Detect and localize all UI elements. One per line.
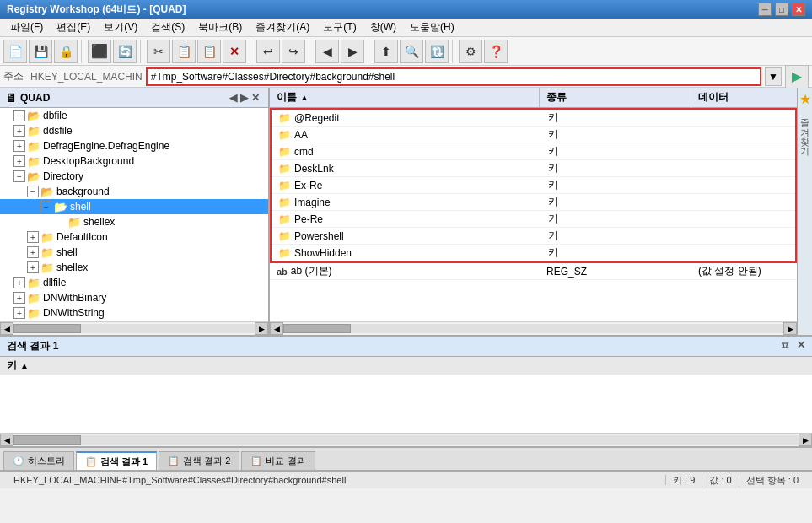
expand-btn[interactable]: + bbox=[13, 125, 25, 137]
tb-help-btn[interactable]: ❓ bbox=[484, 40, 508, 63]
reg-cell-name: 📁cmd bbox=[272, 146, 541, 158]
registry-row[interactable]: 📁Powershell키 bbox=[272, 228, 795, 245]
registry-row[interactable]: 📁Imagine키 bbox=[272, 194, 795, 211]
registry-row[interactable]: 📁DeskLnk키 bbox=[272, 160, 795, 177]
expand-btn[interactable]: − bbox=[13, 170, 25, 182]
menu-search[interactable]: 검색(S) bbox=[144, 19, 191, 36]
col-header-type[interactable]: 종류 bbox=[540, 88, 691, 107]
tab-history[interactable]: 🕐 히스토리 bbox=[3, 451, 74, 470]
reg-scroll-left[interactable]: ◀ bbox=[270, 322, 283, 335]
tree-item[interactable]: −📂background bbox=[0, 184, 268, 199]
tree-scroll-right[interactable]: ▶ bbox=[255, 322, 268, 335]
tb-delete-btn[interactable]: ✕ bbox=[223, 40, 246, 63]
tree-item[interactable]: 📁shellex bbox=[0, 214, 268, 229]
search-float-btn[interactable]: ㅍ bbox=[780, 339, 790, 353]
search-scroll-thumb[interactable] bbox=[13, 435, 81, 445]
menu-view[interactable]: 보기(V) bbox=[97, 19, 144, 36]
tb-new-btn[interactable]: 📄 bbox=[3, 40, 27, 63]
tb-settings-btn[interactable]: ⚙ bbox=[459, 40, 482, 63]
expand-btn[interactable]: + bbox=[27, 231, 39, 243]
tab-search2[interactable]: 📋 검색 결과 2 bbox=[159, 451, 239, 470]
tab-search1[interactable]: 📋 검색 결과 1 bbox=[76, 451, 157, 470]
tb-back-btn[interactable]: ◀ bbox=[315, 40, 339, 63]
registry-hscrollbar[interactable]: ◀ ▶ bbox=[270, 321, 797, 335]
expand-btn[interactable]: + bbox=[13, 307, 25, 319]
tb-next-btn[interactable]: ▶ bbox=[341, 40, 364, 63]
maximize-button[interactable]: □ bbox=[775, 3, 788, 16]
expand-btn[interactable]: + bbox=[13, 155, 25, 167]
menu-tools[interactable]: 도구(T) bbox=[316, 19, 363, 36]
search-content[interactable] bbox=[0, 375, 812, 433]
tree-item[interactable]: +📁shell bbox=[0, 245, 268, 260]
tb-cut-btn[interactable]: ✂ bbox=[147, 40, 170, 63]
menu-bookmark[interactable]: 북마크(B) bbox=[191, 19, 249, 36]
tb-refresh-btn[interactable]: 🔃 bbox=[425, 40, 449, 63]
registry-row[interactable]: 📁ShowHidden키 bbox=[272, 245, 795, 262]
registry-row[interactable]: 📁@Regedit키 bbox=[272, 110, 795, 127]
tb-up-btn[interactable]: ⬆ bbox=[374, 40, 398, 63]
expand-btn[interactable]: + bbox=[13, 140, 25, 152]
expand-btn[interactable]: + bbox=[13, 292, 25, 304]
col-header-data[interactable]: 데이터 bbox=[691, 88, 797, 107]
minimize-button[interactable]: ─ bbox=[758, 3, 772, 16]
search-close-btn[interactable]: ✕ bbox=[797, 339, 805, 353]
tree-item[interactable]: +📁shellex bbox=[0, 260, 268, 275]
search-hscrollbar[interactable]: ◀ ▶ bbox=[0, 433, 812, 446]
panel-nav-close[interactable]: ✕ bbox=[251, 92, 260, 104]
tree-item[interactable]: −📂dbfile bbox=[0, 108, 268, 123]
tb-undo-btn[interactable]: ↩ bbox=[256, 40, 280, 63]
tree-item[interactable]: +📁DefragEngine.DefragEngine bbox=[0, 138, 268, 154]
tb-lock-btn[interactable]: 🔒 bbox=[54, 40, 78, 63]
tb-paste-btn[interactable]: 📋 bbox=[197, 40, 221, 63]
registry-row[interactable]: 📁cmd키 bbox=[272, 143, 795, 160]
tree-item[interactable]: +📁ddsfile bbox=[0, 123, 268, 138]
panel-nav-back[interactable]: ◀ bbox=[229, 92, 237, 104]
address-go-btn[interactable]: ▶ bbox=[785, 65, 809, 89]
reg-scroll-thumb[interactable] bbox=[283, 324, 351, 333]
registry-row[interactable]: 📁Ex-Re키 bbox=[272, 177, 795, 194]
expand-btn[interactable]: + bbox=[27, 262, 39, 273]
reg-folder-icon: 📁 bbox=[278, 230, 291, 242]
address-input[interactable] bbox=[148, 71, 760, 83]
tree-item[interactable]: +📁DesktopBackground bbox=[0, 154, 268, 169]
menu-help[interactable]: 도움말(H) bbox=[403, 19, 461, 36]
tb-redo-btn[interactable]: ↪ bbox=[282, 40, 305, 63]
reg-scroll-right[interactable]: ▶ bbox=[783, 322, 797, 335]
tb-copy-btn[interactable]: 📋 bbox=[172, 40, 196, 63]
address-dropdown-btn[interactable]: ▼ bbox=[765, 67, 782, 86]
tb-reload-btn[interactable]: 🔄 bbox=[113, 40, 137, 63]
expand-btn[interactable]: − bbox=[40, 201, 52, 213]
expand-btn[interactable]: + bbox=[13, 277, 25, 288]
registry-row[interactable]: abab (기본)REG_SZ(값 설정 안됨) bbox=[270, 263, 797, 280]
menu-edit[interactable]: 편집(E) bbox=[50, 19, 97, 36]
expand-btn[interactable]: + bbox=[27, 246, 39, 258]
tree-item[interactable]: +📁DNWithString bbox=[0, 305, 268, 321]
search-scroll-left[interactable]: ◀ bbox=[0, 434, 13, 446]
tree-hscrollbar[interactable]: ◀ ▶ bbox=[0, 321, 268, 335]
menu-file[interactable]: 파일(F) bbox=[3, 19, 50, 36]
tree-item[interactable]: +📁DefaultIcon bbox=[0, 229, 268, 245]
registry-row[interactable]: 📁AA키 bbox=[272, 127, 795, 143]
menu-favorites[interactable]: 즐겨찾기(A) bbox=[249, 19, 316, 36]
tree-item[interactable]: +📁dllfile bbox=[0, 275, 268, 290]
tb-search-btn[interactable]: 🔍 bbox=[400, 40, 423, 63]
tab-compare[interactable]: 📋 비교 결과 bbox=[241, 451, 315, 470]
panel-nav-forward[interactable]: ▶ bbox=[240, 92, 248, 104]
search-scroll-right[interactable]: ▶ bbox=[799, 434, 812, 446]
col-header-name[interactable]: 이름 ▲ bbox=[270, 88, 540, 107]
tb-forward-btn[interactable]: ⬛ bbox=[88, 40, 111, 63]
close-button[interactable]: ✕ bbox=[792, 3, 805, 16]
expand-btn[interactable]: − bbox=[27, 186, 39, 197]
tree-scroll-left[interactable]: ◀ bbox=[0, 322, 13, 335]
tree-item[interactable]: −📂shell bbox=[0, 199, 268, 214]
registry-row[interactable]: 📁Pe-Re키 bbox=[272, 211, 795, 228]
tree-item[interactable]: +📁DNWithBinary bbox=[0, 290, 268, 305]
menu-window[interactable]: 창(W) bbox=[363, 19, 403, 36]
search-col-key[interactable]: 키 ▲ bbox=[0, 359, 35, 373]
expand-btn[interactable]: − bbox=[13, 110, 25, 121]
star-icon[interactable]: ★ bbox=[799, 91, 811, 107]
tb-save-btn[interactable]: 💾 bbox=[29, 40, 52, 63]
tree-item[interactable]: −📂Directory bbox=[0, 169, 268, 184]
tree-scroll-thumb[interactable] bbox=[13, 324, 81, 333]
tree-container[interactable]: −📂dbfile+📁ddsfile+📁DefragEngine.DefragEn… bbox=[0, 108, 268, 321]
